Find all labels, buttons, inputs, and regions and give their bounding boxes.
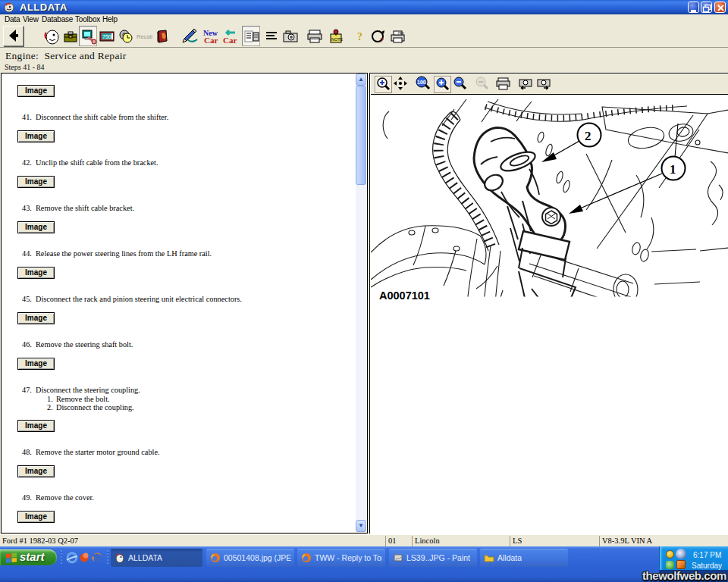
svg-text:?: ? — [380, 36, 384, 44]
svg-text:A0007101: A0007101 — [379, 289, 430, 302]
svg-text:Recall: Recall — [136, 33, 152, 40]
svg-text:FAX: FAX — [398, 31, 404, 35]
svg-text:100: 100 — [417, 80, 426, 85]
svg-text:?: ? — [357, 31, 362, 42]
svg-text:Car: Car — [223, 36, 237, 45]
svg-text:750: 750 — [102, 34, 111, 39]
svg-text:Car: Car — [204, 36, 218, 45]
svg-text:1: 1 — [670, 162, 676, 177]
svg-text:2: 2 — [585, 129, 592, 143]
svg-text:NOTE: NOTE — [331, 37, 344, 42]
